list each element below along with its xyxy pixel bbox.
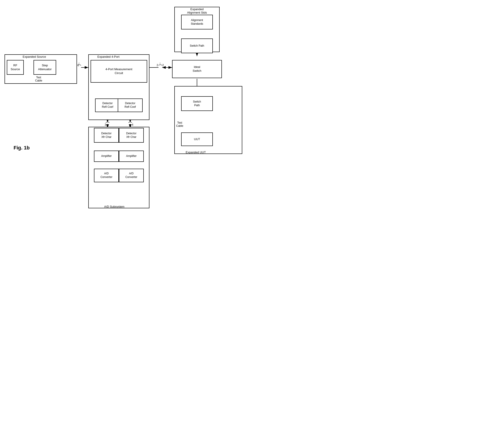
expanded-source-label: Expanded Source [23,55,46,58]
expanded-uut-label: Expanded UUT [186,151,206,154]
detector-refl-right-box: DetectorRefl Coef [118,99,143,112]
amplifier-right-box: Amplifier [119,151,144,162]
figure-label: Fig. 1b [14,145,30,151]
step-attenuator-box: StepAttenuator [34,60,56,75]
alignment-standards-box: AlignmentStandards [181,15,213,29]
svg-text:4: 4 [132,123,133,126]
svg-text:∩: ∩ [159,62,161,64]
svg-text:2: 2 [162,64,164,67]
rf-source-box: RFSource [7,60,24,75]
svg-text:∩: ∩ [107,120,108,122]
expanded-4port-label: Expanded 4-Port [97,55,119,58]
port1-top-label: 1 [77,64,79,67]
four-port-circuit-box: 4-Port MeasurementCircuit [90,60,147,83]
expanded-alignment-label: ExpandedAlignment Stds [179,8,215,14]
test-cable-2-label: TestCable [176,121,183,127]
switch-path-bottom-box: SwitchPath [181,96,213,111]
ideal-switch-box: IdealSwitch [172,60,222,78]
amplifier-left-box: Amplifier [94,151,119,162]
detector-xfr-left-box: DetectorXfr Char [94,128,119,143]
svg-text:∩: ∩ [129,120,131,122]
switch-path-top-box: Switch Path [181,38,213,53]
uut-box: UUT [181,133,213,146]
ad-converter-right-box: A/DConverter [119,169,144,182]
ad-converter-left-box: A/DConverter [94,169,119,182]
test-cable-1-label: TestCable [35,76,42,82]
diagram: ∩ 1 1 ∩ 2 2 3 5 4 7 6 ∩ 3 8 [0,0,252,216]
ad-subsystem-label: A/D Subsystem [104,205,125,208]
detector-refl-left-box: DetectorRefl Coef [95,99,120,112]
svg-text:∩: ∩ [78,62,80,64]
svg-text:3: 3 [105,123,106,126]
detector-xfr-right-box: DetectorXfr Char [119,128,144,143]
svg-text:2: 2 [157,64,158,67]
